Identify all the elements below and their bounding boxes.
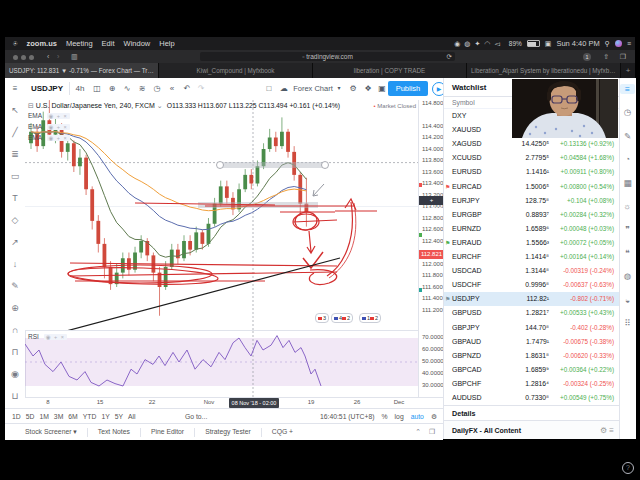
- indicators-icon[interactable]: ∿: [121, 78, 133, 99]
- templates-icon[interactable]: ≋: [136, 78, 148, 99]
- new-tab-button[interactable]: +: [621, 63, 635, 78]
- watchlist-row-usdjpy[interactable]: ⚑USDJPY112.82¹-0.802 (-0.71%): [444, 292, 620, 306]
- publish-button[interactable]: Publish: [388, 81, 428, 96]
- feed-list-icon[interactable]: ≡: [609, 426, 614, 435]
- fast-user-switch-icon[interactable]: ▣: [545, 37, 552, 50]
- siri-icon[interactable]: [615, 40, 622, 47]
- browser-tab[interactable]: liberation | COPY TRADE: [313, 63, 467, 78]
- axis-settings-gear-icon[interactable]: ⚙: [431, 409, 437, 424]
- range-button-3m[interactable]: 3M: [54, 413, 63, 420]
- downloads-badge[interactable]: 1: [583, 53, 591, 61]
- chart-settings-icon[interactable]: ⚙: [347, 78, 359, 99]
- bottom-tab-pine-editor[interactable]: Pine Editor: [141, 424, 194, 440]
- watchlist-row-gbpnzd[interactable]: GBPNZD1.8631⁸-0.00620 (-0.33%): [444, 349, 620, 363]
- notifications-bell-icon[interactable]: ◒: [620, 295, 635, 305]
- menu-clock[interactable]: Sun 4:40 PM: [556, 37, 599, 50]
- goto-button[interactable]: Go to...: [185, 409, 207, 424]
- record-icon[interactable]: ◉: [454, 40, 460, 47]
- ideas-icon[interactable]: ☼: [620, 201, 635, 211]
- watchlist-row-xagusd[interactable]: XAGUSD14.4250⁵+0.13136 (+0.92%): [444, 137, 620, 151]
- shapes-icon[interactable]: ▭: [5, 171, 25, 181]
- range-button-6m[interactable]: 6M: [68, 413, 77, 420]
- back-button[interactable]: ‹: [47, 50, 49, 63]
- volume-icon[interactable]: ◅: [494, 40, 499, 47]
- maximize-panel-icon[interactable]: ❐: [429, 424, 435, 440]
- symbol-search-button[interactable]: USDJPY: [29, 78, 65, 99]
- zoom-in-icon[interactable]: ⊕: [5, 303, 25, 313]
- indicator-row[interactable]: EMA ◉ + ×: [28, 112, 70, 119]
- bottom-tab-text-notes[interactable]: Text Notes: [88, 424, 140, 440]
- chart-style-icon[interactable]: ◫: [91, 78, 103, 99]
- range-button-1d[interactable]: 1D: [12, 413, 21, 420]
- bluetooth-icon[interactable]: ✦: [474, 40, 480, 47]
- range-button-all[interactable]: All: [128, 413, 136, 420]
- watchlist-row-usdcad[interactable]: USDCAD1.3144⁸-0.00319 (-0.24%): [444, 264, 620, 278]
- chart-pane[interactable]: ⊟ U.S. Dollar/Japanese Yen, 240, FXCM ⌄ …: [25, 100, 418, 330]
- redo-icon[interactable]: ↷: [195, 78, 207, 99]
- notification-center-icon[interactable]: ≡: [627, 37, 631, 50]
- rsi-pane[interactable]: RSI ◉ + ×: [25, 330, 418, 398]
- bottom-tab-cqg-[interactable]: CQG +: [262, 424, 303, 440]
- layout-select-icon[interactable]: □: [263, 78, 275, 99]
- brush-icon[interactable]: ✎: [5, 281, 25, 291]
- forward-button[interactable]: ›: [57, 50, 59, 63]
- price-axis[interactable]: 114.800114.400114.200114.000113.800113.6…: [418, 100, 444, 397]
- symbol-legend[interactable]: ⊟ U.S. Dollar/Japanese Yen, 240, FXCM ⌄ …: [28, 102, 340, 110]
- alerts-icon[interactable]: ◷: [620, 107, 635, 117]
- watchlist-row-xcuusd[interactable]: XCUUSD2.7795⁵+0.04584 (+1.68%): [444, 151, 620, 165]
- fullscreen-icon[interactable]: ❖: [362, 78, 374, 99]
- rsi-legend[interactable]: RSI ◉ + ×: [28, 333, 67, 340]
- trash-icon[interactable]: ⊔: [5, 391, 25, 401]
- private-chat-icon[interactable]: ❝: [620, 248, 635, 258]
- clock-utc[interactable]: 16:40:51 (UTC+8): [320, 409, 375, 424]
- replay-icon[interactable]: «: [166, 78, 178, 99]
- public-chats-icon[interactable]: ❞: [620, 224, 635, 234]
- menu-item-help[interactable]: Help: [159, 39, 174, 48]
- range-button-1y[interactable]: 1Y: [101, 413, 109, 420]
- pattern-icon[interactable]: ◇: [5, 215, 25, 225]
- watchlist-row-gbpchf[interactable]: GBPCHF1.2816⁴-0.00324 (-0.25%): [444, 377, 620, 391]
- economic-event-pill[interactable]: 3: [315, 313, 329, 323]
- forecast-icon[interactable]: ↗: [5, 237, 25, 247]
- minimize-window-button[interactable]: [21, 55, 26, 60]
- camera-icon[interactable]: ◍: [464, 40, 470, 47]
- zoom-window-button[interactable]: [29, 55, 34, 60]
- close-window-button[interactable]: [13, 55, 18, 60]
- economic-event-pill[interactable]: 12: [359, 313, 381, 323]
- data-window-icon[interactable]: ✎: [620, 131, 635, 141]
- economic-event-pill[interactable]: 42: [331, 313, 353, 323]
- browser-tab[interactable]: USDJPY: 112.831 ▼ -0.71% — Forex Chart —…: [5, 63, 159, 78]
- range-button-5y[interactable]: 5Y: [115, 413, 123, 420]
- news-feed-header[interactable]: DailyFX - All Content ⚙ ≡: [444, 420, 620, 439]
- menu-item-zoom-us[interactable]: zoom.us: [27, 39, 57, 48]
- calendar-icon[interactable]: ▦: [620, 178, 635, 188]
- text-icon[interactable]: T: [5, 193, 25, 203]
- hamburger-menu-icon[interactable]: ≡: [9, 78, 21, 99]
- indicator-row[interactable]: EMA ◉ + ×: [28, 134, 70, 141]
- bottom-tab-strategy-tester[interactable]: Strategy Tester: [195, 424, 261, 440]
- menu-item-meeting[interactable]: Meeting: [66, 39, 93, 48]
- log-scale-button[interactable]: log: [395, 409, 404, 424]
- watchlist-row-usdchf[interactable]: USDCHF0.9996⁸-0.00637 (-0.63%): [444, 278, 620, 292]
- feed-settings-gear-icon[interactable]: ⚙: [600, 426, 607, 435]
- snapshot-camera-icon[interactable]: ▣: [376, 78, 388, 99]
- menu-item-window[interactable]: Window: [124, 39, 151, 48]
- watchlist-row-eurusd[interactable]: EURUSD1.1416¹+0.00911 (+0.80%): [444, 165, 620, 179]
- layout-name-button[interactable]: Forex Chart: [290, 78, 336, 99]
- collapse-legend-icon[interactable]: ⊟: [28, 102, 34, 109]
- fib-icon[interactable]: ≣: [5, 149, 25, 159]
- browser-tab[interactable]: Kiwi_Compound | Myfxbook: [159, 63, 313, 78]
- watchlist-row-eurchf[interactable]: EURCHF1.1414⁸+0.00164 (+0.14%): [444, 250, 620, 264]
- flag-icon[interactable]: ⚑: [445, 236, 450, 250]
- lock-icon[interactable]: ⊓: [5, 347, 25, 357]
- chevron-down-icon[interactable]: ▾: [335, 78, 343, 99]
- streams-icon[interactable]: ◍: [620, 271, 635, 281]
- reload-icon[interactable]: ⟳: [447, 52, 452, 61]
- share-icon[interactable]: ⇧: [603, 50, 609, 63]
- help-button[interactable]: ?: [622, 462, 634, 474]
- auto-scale-button[interactable]: auto: [411, 409, 424, 424]
- hotlists-icon[interactable]: ◔: [620, 154, 635, 164]
- spotlight-search-icon[interactable]: ⚲: [605, 37, 610, 50]
- watchlist-row-eurjpy[interactable]: EURJPY128.75⁸+0.104 (+0.08%): [444, 194, 620, 208]
- details-section[interactable]: Details: [444, 405, 620, 420]
